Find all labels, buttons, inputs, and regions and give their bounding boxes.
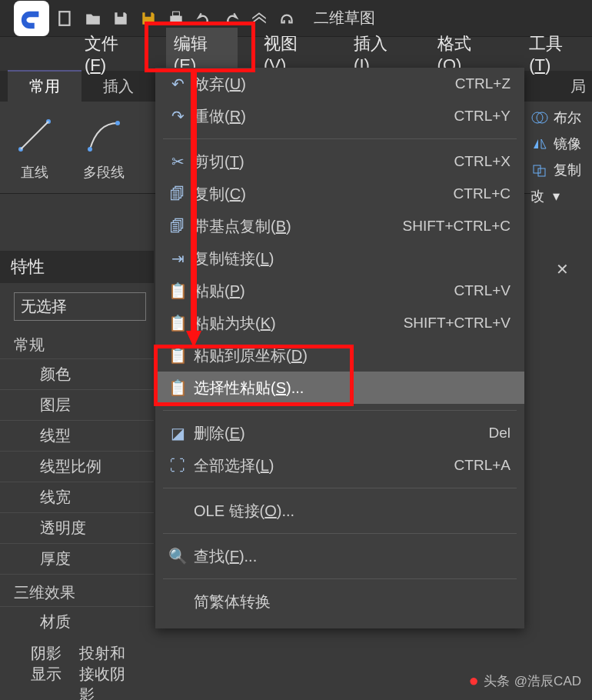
print-icon[interactable] (168, 10, 185, 27)
redo-icon: ↷ (165, 107, 191, 125)
menu-cut[interactable]: ✂ 剪切(T) CTRL+X (155, 145, 524, 178)
menu-paste[interactable]: 📋 粘贴(P) CTRL+V (155, 275, 524, 307)
open-icon[interactable] (85, 10, 101, 27)
cloud-icon[interactable] (251, 10, 268, 27)
quick-access-toolbar (57, 10, 295, 27)
copy-base-icon: 🗐 (165, 218, 191, 235)
saveas-icon[interactable] (140, 10, 157, 27)
properties-panel: 特性 无选择 常规 颜色 图层 线型 线型比例 线宽 透明度 厚度 三维效果 材… (0, 251, 154, 700)
prop-transparency[interactable]: 透明度 (0, 512, 154, 543)
headset-icon[interactable] (278, 10, 295, 27)
ribbon-tab-insert[interactable]: 插入 (81, 72, 155, 102)
scissors-icon: ✂ (165, 152, 191, 171)
svg-point-8 (532, 112, 543, 123)
svg-point-9 (537, 112, 547, 123)
tool-line[interactable]: 直线 (0, 114, 69, 182)
clipboard-origin-icon: 📋 (165, 346, 191, 365)
tool-polyline[interactable]: 多段线 (69, 114, 138, 182)
prop-layer[interactable]: 图层 (0, 389, 154, 420)
app-logo (14, 1, 49, 36)
prop-lineweight[interactable]: 线宽 (0, 482, 154, 512)
undo-icon[interactable] (195, 10, 212, 27)
selection-dropdown[interactable]: 无选择 (14, 292, 146, 321)
copy-link-icon: ⇥ (165, 249, 191, 268)
svg-rect-11 (538, 168, 545, 176)
menu-ole-link[interactable]: OLE 链接(O)... (155, 495, 524, 527)
prop-color[interactable]: 颜色 (0, 358, 154, 389)
edit-menu-dropdown: ↶ 放弃(U) CTRL+Z ↷ 重做(R) CTRL+Y ✂ 剪切(T) CT… (155, 68, 524, 628)
prop-ltscale[interactable]: 线型比例 (0, 451, 154, 482)
menu-copy[interactable]: 🗐 复制(C) CTRL+C (155, 178, 524, 210)
menu-select-all[interactable]: ⛶ 全部选择(L) CTRL+A (155, 449, 524, 482)
workspace-name[interactable]: 二维草图 (314, 8, 375, 28)
ribbon-tab-home[interactable]: 常用 (8, 70, 81, 102)
prop-thickness[interactable]: 厚度 (0, 543, 154, 575)
menu-paste-block[interactable]: 📋 粘贴为块(K) SHIFT+CTRL+V (155, 307, 524, 339)
tool-modify[interactable]: 改 ▾ (530, 187, 560, 205)
copy-icon: 🗐 (165, 185, 191, 203)
eraser-icon: ◪ (165, 424, 191, 442)
drawing-close-icon[interactable]: ✕ (556, 260, 569, 278)
menu-copy-link[interactable]: ⇥ 复制链接(L) (155, 242, 524, 275)
svg-rect-0 (59, 12, 69, 25)
menu-undo[interactable]: ↶ 放弃(U) CTRL+Z (155, 68, 524, 100)
prop-shadow-value[interactable]: 投射和接收阴影 (79, 643, 140, 700)
svg-point-6 (88, 147, 92, 152)
prop-shadow-label: 阴影显示 (31, 643, 65, 700)
menu-redo[interactable]: ↷ 重做(R) CTRL+Y (155, 100, 524, 132)
new-icon[interactable] (57, 10, 74, 27)
svg-point-7 (115, 121, 120, 125)
clipboard-special-icon: 📋 (165, 378, 191, 397)
properties-title: 特性 (0, 251, 154, 283)
tool-boolean[interactable]: 布尔 (530, 108, 581, 127)
prop-linetype[interactable]: 线型 (0, 420, 154, 451)
menu-paste-origin[interactable]: 📋 粘贴到原坐标(D) (155, 339, 524, 372)
redo-icon[interactable] (223, 10, 240, 27)
prop-material[interactable]: 材质 (0, 606, 154, 637)
menu-copy-base[interactable]: 🗐 带基点复制(B) SHIFT+CTRL+C (155, 210, 524, 242)
menu-bar: 文件(F) 编辑(E) 视图(V) 插入(I) 格式(O) 工具(T) (0, 37, 592, 71)
watermark: ● 头条 @浩辰CAD (469, 671, 581, 691)
menu-delete[interactable]: ◪ 删除(E) Del (155, 417, 524, 449)
tool-line-label: 直线 (21, 163, 48, 182)
tool-copy[interactable]: 复制 (530, 161, 581, 179)
menu-traditional-convert[interactable]: 简繁体转换 (155, 585, 524, 618)
menu-find[interactable]: 🔍 查找(F)... (155, 540, 524, 572)
search-icon: 🔍 (165, 547, 191, 565)
undo-icon: ↶ (165, 75, 191, 93)
group-3d: 三维效果 (0, 579, 154, 606)
clipboard-block-icon: 📋 (165, 314, 191, 332)
clipboard-icon: 📋 (165, 282, 191, 300)
save-icon[interactable] (112, 10, 129, 27)
svg-rect-1 (170, 15, 181, 22)
tool-mirror[interactable]: 镜像 (530, 135, 581, 153)
svg-line-5 (21, 122, 48, 149)
select-all-icon: ⛶ (165, 457, 191, 475)
tool-polyline-label: 多段线 (83, 163, 125, 182)
menu-paste-special[interactable]: 📋 选择性粘贴(S)... (155, 372, 524, 404)
group-general: 常规 (0, 332, 154, 358)
svg-rect-10 (534, 165, 540, 173)
ribbon-right-column: 布尔 镜像 复制 改 ▾ (530, 104, 592, 210)
ribbon-tab-layout-clipped[interactable]: 局 (564, 72, 592, 102)
svg-rect-2 (173, 12, 180, 16)
